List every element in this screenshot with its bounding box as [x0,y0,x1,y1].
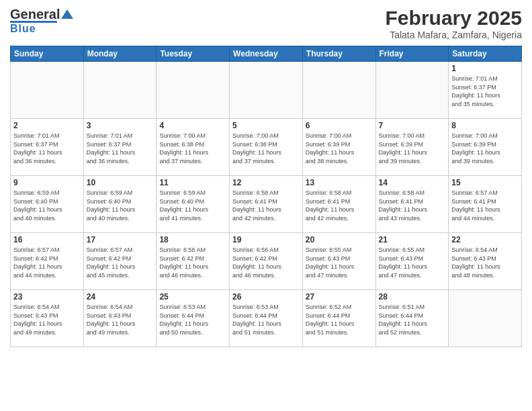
table-row: 8Sunrise: 7:00 AMSunset: 6:39 PMDaylight… [449,119,522,176]
day-info: Sunrise: 6:56 AMSunset: 6:42 PMDaylight:… [232,246,300,279]
day-info: Sunrise: 6:54 AMSunset: 6:43 PMDaylight:… [87,303,154,336]
table-row: 12Sunrise: 6:58 AMSunset: 6:41 PMDayligh… [230,176,303,233]
table-row: 10Sunrise: 6:59 AMSunset: 6:40 PMDayligh… [83,176,157,233]
table-row: 7Sunrise: 7:00 AMSunset: 6:39 PMDaylight… [375,119,449,176]
table-row: 17Sunrise: 6:57 AMSunset: 6:42 PMDayligh… [83,233,157,290]
table-row: 27Sunrise: 6:52 AMSunset: 6:44 PMDayligh… [302,290,375,347]
table-row: 4Sunrise: 7:00 AMSunset: 6:38 PMDaylight… [157,119,230,176]
day-number: 10 [87,178,154,187]
day-info: Sunrise: 7:00 AMSunset: 6:39 PMDaylight:… [451,132,519,165]
col-wednesday: Wednesday [230,46,303,62]
table-row: 13Sunrise: 6:58 AMSunset: 6:41 PMDayligh… [302,176,375,233]
day-number: 1 [451,64,519,73]
day-info: Sunrise: 7:01 AMSunset: 6:37 PMDaylight:… [451,75,519,108]
table-row: 19Sunrise: 6:56 AMSunset: 6:42 PMDayligh… [230,233,303,290]
day-info: Sunrise: 6:59 AMSunset: 6:40 PMDaylight:… [87,189,154,222]
day-info: Sunrise: 7:01 AMSunset: 6:37 PMDaylight:… [87,132,154,165]
col-friday: Friday [375,46,449,62]
calendar-header-row: Sunday Monday Tuesday Wednesday Thursday… [11,46,522,62]
table-row [230,62,303,119]
day-number: 25 [159,292,226,302]
logo-triangle-icon [61,7,73,19]
day-info: Sunrise: 6:53 AMSunset: 6:44 PMDaylight:… [159,303,226,336]
month-title: February 2025 [386,7,522,30]
day-info: Sunrise: 6:54 AMSunset: 6:43 PMDaylight:… [13,303,81,336]
table-row [83,62,157,119]
day-number: 27 [306,292,373,302]
header: General Blue February 2025 Talata Mafara… [10,7,522,40]
table-row: 21Sunrise: 6:55 AMSunset: 6:43 PMDayligh… [375,233,449,290]
col-sunday: Sunday [11,46,84,62]
day-info: Sunrise: 6:51 AMSunset: 6:44 PMDaylight:… [379,303,446,336]
day-number: 19 [232,235,300,244]
calendar: Sunday Monday Tuesday Wednesday Thursday… [10,46,522,347]
day-number: 13 [306,178,373,187]
svg-marker-0 [61,9,73,19]
table-row: 24Sunrise: 6:54 AMSunset: 6:43 PMDayligh… [83,290,157,347]
day-number: 12 [232,178,300,187]
day-number: 17 [87,235,154,244]
table-row: 15Sunrise: 6:57 AMSunset: 6:41 PMDayligh… [449,176,522,233]
day-number: 18 [159,235,226,244]
day-number: 28 [379,292,446,302]
table-row: 23Sunrise: 6:54 AMSunset: 6:43 PMDayligh… [11,290,84,347]
table-row: 25Sunrise: 6:53 AMSunset: 6:44 PMDayligh… [157,290,230,347]
day-info: Sunrise: 6:54 AMSunset: 6:43 PMDaylight:… [451,246,519,279]
day-number: 3 [87,121,154,130]
day-info: Sunrise: 6:55 AMSunset: 6:43 PMDaylight:… [379,246,446,279]
table-row: 18Sunrise: 6:56 AMSunset: 6:42 PMDayligh… [157,233,230,290]
table-row: 11Sunrise: 6:59 AMSunset: 6:40 PMDayligh… [157,176,230,233]
day-number: 26 [232,292,300,302]
col-monday: Monday [83,46,157,62]
table-row [449,290,522,347]
col-tuesday: Tuesday [157,46,230,62]
table-row: 6Sunrise: 7:00 AMSunset: 6:39 PMDaylight… [302,119,375,176]
table-row: 3Sunrise: 7:01 AMSunset: 6:37 PMDaylight… [83,119,157,176]
table-row: 14Sunrise: 6:58 AMSunset: 6:41 PMDayligh… [375,176,449,233]
day-number: 9 [13,178,81,187]
day-info: Sunrise: 6:58 AMSunset: 6:41 PMDaylight:… [232,189,300,222]
day-info: Sunrise: 7:01 AMSunset: 6:37 PMDaylight:… [13,132,81,165]
table-row [302,62,375,119]
title-block: February 2025 Talata Mafara, Zamfara, Ni… [386,7,522,40]
day-number: 21 [379,235,446,244]
location: Talata Mafara, Zamfara, Nigeria [386,30,522,40]
day-number: 4 [159,121,226,130]
table-row: 16Sunrise: 6:57 AMSunset: 6:42 PMDayligh… [11,233,84,290]
table-row: 20Sunrise: 6:55 AMSunset: 6:43 PMDayligh… [302,233,375,290]
day-info: Sunrise: 6:55 AMSunset: 6:43 PMDaylight:… [306,246,373,279]
day-info: Sunrise: 6:57 AMSunset: 6:42 PMDaylight:… [87,246,154,279]
day-number: 24 [87,292,154,302]
day-info: Sunrise: 7:00 AMSunset: 6:38 PMDaylight:… [232,132,300,165]
day-info: Sunrise: 6:59 AMSunset: 6:40 PMDaylight:… [13,189,81,222]
col-saturday: Saturday [449,46,522,62]
day-number: 14 [379,178,446,187]
day-number: 7 [379,121,446,130]
logo: General Blue [10,7,73,35]
table-row: 28Sunrise: 6:51 AMSunset: 6:44 PMDayligh… [375,290,449,347]
day-number: 15 [451,178,519,187]
table-row: 22Sunrise: 6:54 AMSunset: 6:43 PMDayligh… [449,233,522,290]
day-info: Sunrise: 7:00 AMSunset: 6:38 PMDaylight:… [159,132,226,165]
day-info: Sunrise: 6:57 AMSunset: 6:42 PMDaylight:… [13,246,81,279]
day-info: Sunrise: 6:56 AMSunset: 6:42 PMDaylight:… [159,246,226,279]
table-row: 1Sunrise: 7:01 AMSunset: 6:37 PMDaylight… [449,62,522,119]
table-row [11,62,84,119]
day-number: 11 [159,178,226,187]
day-info: Sunrise: 7:00 AMSunset: 6:39 PMDaylight:… [306,132,373,165]
day-number: 6 [306,121,373,130]
logo-general: General [10,7,60,22]
day-info: Sunrise: 6:52 AMSunset: 6:44 PMDaylight:… [306,303,373,336]
table-row [157,62,230,119]
logo-blue: Blue [10,23,73,35]
day-info: Sunrise: 6:59 AMSunset: 6:40 PMDaylight:… [159,189,226,222]
table-row [375,62,449,119]
day-number: 5 [232,121,300,130]
day-number: 2 [13,121,81,130]
day-info: Sunrise: 7:00 AMSunset: 6:39 PMDaylight:… [379,132,446,165]
day-info: Sunrise: 6:53 AMSunset: 6:44 PMDaylight:… [232,303,300,336]
day-number: 22 [451,235,519,244]
day-info: Sunrise: 6:58 AMSunset: 6:41 PMDaylight:… [306,189,373,222]
day-info: Sunrise: 6:57 AMSunset: 6:41 PMDaylight:… [451,189,519,222]
day-number: 23 [13,292,81,302]
